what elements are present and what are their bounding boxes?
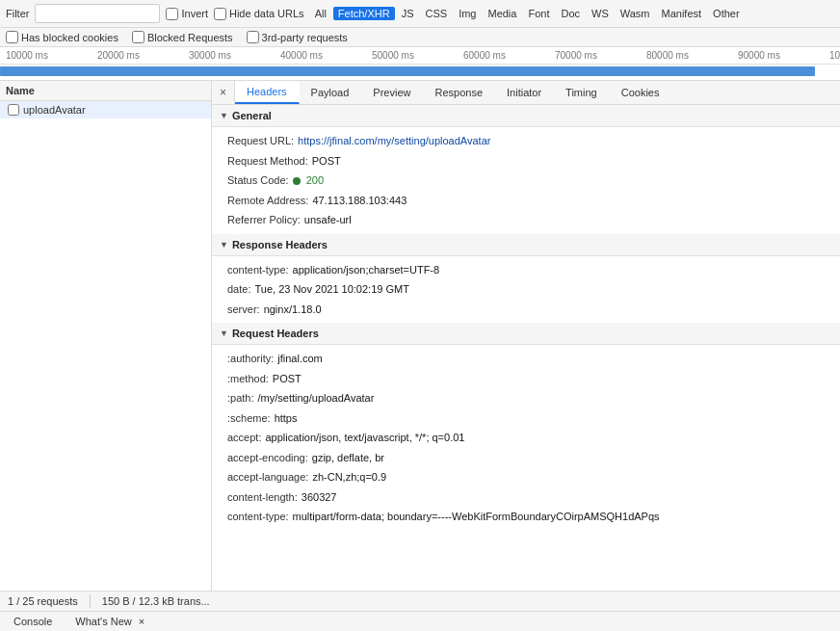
tab-timing[interactable]: Timing <box>554 82 610 103</box>
filter-js-btn[interactable]: JS <box>397 7 419 20</box>
detail-row-authority: :authority: jfinal.com <box>212 349 840 369</box>
tab-payload[interactable]: Payload <box>300 82 362 103</box>
tick-3: 40000 ms <box>275 50 366 61</box>
status-requests: 1 / 25 requests <box>8 595 78 607</box>
detail-value-referrer: unsafe-url <box>304 212 352 228</box>
filter-manifest-btn[interactable]: Manifest <box>657 7 707 20</box>
filter-all-btn[interactable]: All <box>310 7 331 20</box>
left-item-label: uploadAvatar <box>23 104 86 116</box>
tick-6: 70000 ms <box>549 50 641 61</box>
tab-cookies[interactable]: Cookies <box>610 82 672 103</box>
filter-css-btn[interactable]: CSS <box>421 7 453 20</box>
general-section-header[interactable]: ▼ General <box>212 105 840 127</box>
detail-value-accept-language: zh-CN,zh;q=0.9 <box>312 469 386 486</box>
blocked-requests-label[interactable]: Blocked Requests <box>132 31 233 43</box>
right-panel: × Headers Payload Preview Response Initi… <box>212 81 840 591</box>
detail-row-remote: Remote Address: 47.113.188.103:443 <box>212 191 840 211</box>
details-content: ▼ General Request URL: https://jfinal.co… <box>212 105 840 591</box>
filter-label: Filter <box>6 8 29 19</box>
tab-response[interactable]: Response <box>423 82 495 103</box>
request-headers-section-header[interactable]: ▼ Request Headers <box>212 323 840 345</box>
detail-row-req-method: :method: POST <box>212 369 840 389</box>
detail-key-url: Request URL: <box>227 133 294 149</box>
detail-value-content-type-req: multipart/form-data; boundary=----WebKit… <box>293 509 660 525</box>
type-filter-buttons: All Fetch/XHR JS CSS Img Media Font Doc … <box>310 7 745 20</box>
tab-preview[interactable]: Preview <box>361 82 423 103</box>
detail-row-accept: accept: application/json, text/javascrip… <box>212 428 840 448</box>
timeline-ruler: 10000 ms 20000 ms 30000 ms 40000 ms 5000… <box>0 47 840 65</box>
tab-headers[interactable]: Headers <box>235 81 300 104</box>
left-item-upload-avatar[interactable]: uploadAvatar <box>0 101 211 118</box>
detail-row-content-type-req: content-type: multipart/form-data; bound… <box>212 507 840 527</box>
timeline-bar-area <box>0 65 840 78</box>
detail-value-content-length: 360327 <box>302 489 337 506</box>
detail-value-path: /my/setting/uploadAvatar <box>258 390 375 407</box>
filter-other-btn[interactable]: Other <box>708 7 745 20</box>
filter-font-btn[interactable]: Font <box>523 7 554 20</box>
detail-row-date: date: Tue, 23 Nov 2021 10:02:19 GMT <box>212 279 840 300</box>
detail-key-req-method: :method: <box>227 371 269 387</box>
hide-data-urls-checkbox[interactable] <box>214 8 226 20</box>
blocked-cookies-label[interactable]: Has blocked cookies <box>6 31 118 43</box>
whats-new-close[interactable]: × <box>139 616 144 627</box>
status-bar: 1 / 25 requests 150 B / 12.3 kB trans... <box>0 591 840 611</box>
filter-ws-btn[interactable]: WS <box>587 7 614 20</box>
detail-value-date: Tue, 23 Nov 2021 10:02:19 GMT <box>254 281 408 298</box>
filter-doc-btn[interactable]: Doc <box>556 7 585 20</box>
tab-close-btn[interactable]: × <box>212 81 235 104</box>
detail-value-scheme: https <box>275 410 298 427</box>
timeline-progress <box>0 66 815 76</box>
hide-data-urls-checkbox-label[interactable]: Hide data URLs <box>214 8 304 20</box>
detail-key-method: Request Method: <box>227 153 308 170</box>
third-party-label[interactable]: 3rd-party requests <box>247 31 348 43</box>
general-triangle: ▼ <box>220 111 228 120</box>
detail-row-server: server: nginx/1.18.0 <box>212 300 840 320</box>
filter-fetchxhr-btn[interactable]: Fetch/XHR <box>333 7 395 20</box>
general-section-body: Request URL: https://jfinal.com/my/setti… <box>212 127 840 234</box>
detail-row-scheme: :scheme: https <box>212 408 840 429</box>
invert-checkbox[interactable] <box>166 8 178 20</box>
detail-key-scheme: :scheme: <box>227 410 271 427</box>
detail-key-content-length: content-length: <box>227 489 298 506</box>
detail-key-path: :path: <box>227 390 254 407</box>
detail-row-content-length: content-length: 360327 <box>212 487 840 508</box>
detail-key-accept: accept: <box>227 430 261 446</box>
detail-value-accept: application/json, text/javascript, */*; … <box>265 430 464 446</box>
response-headers-section: ▼ Response Headers content-type: applica… <box>212 234 840 324</box>
request-headers-title: Request Headers <box>232 328 319 339</box>
detail-key-content-type-resp: content-type: <box>227 262 289 278</box>
detail-value-accept-encoding: gzip, deflate, br <box>312 450 384 466</box>
filter-img-btn[interactable]: Img <box>454 7 481 20</box>
left-item-checkbox[interactable] <box>8 104 19 116</box>
whats-new-tab[interactable]: What's New × <box>69 614 150 629</box>
status-separator <box>90 594 91 608</box>
detail-key-authority: :authority: <box>227 351 274 367</box>
detail-row-path: :path: /my/setting/uploadAvatar <box>212 388 840 408</box>
tab-initiator[interactable]: Initiator <box>495 82 554 103</box>
detail-key-remote: Remote Address: <box>227 193 308 209</box>
blocked-cookies-checkbox[interactable] <box>6 31 18 43</box>
blocked-requests-checkbox[interactable] <box>132 31 144 43</box>
filter-wasm-btn[interactable]: Wasm <box>616 7 655 20</box>
response-headers-section-header[interactable]: ▼ Response Headers <box>212 234 840 256</box>
detail-value-req-method: POST <box>273 371 302 387</box>
timeline-container: 10000 ms 20000 ms 30000 ms 40000 ms 5000… <box>0 47 840 81</box>
invert-checkbox-label[interactable]: Invert <box>166 8 208 20</box>
left-panel-header: Name <box>0 81 211 101</box>
detail-value-content-type-resp: application/json;charset=UTF-8 <box>293 262 440 278</box>
filter-bar: Filter Invert Hide data URLs All Fetch/X… <box>0 0 840 28</box>
status-transferred: 150 B / 12.3 kB trans... <box>102 595 210 607</box>
detail-row-accept-encoding: accept-encoding: gzip, deflate, br <box>212 448 840 468</box>
response-headers-triangle: ▼ <box>220 240 228 250</box>
tick-9: 100000 ms <box>824 50 840 61</box>
third-party-checkbox[interactable] <box>247 31 259 43</box>
detail-key-accept-encoding: accept-encoding: <box>227 450 308 466</box>
filter-media-btn[interactable]: Media <box>483 7 521 20</box>
tick-2: 30000 ms <box>183 50 275 61</box>
detail-value-url: https://jfinal.com/my/setting/uploadAvat… <box>298 133 490 149</box>
filter-input[interactable] <box>35 4 160 23</box>
detail-row-method: Request Method: POST <box>212 151 840 171</box>
detail-key-date: date: <box>227 281 250 298</box>
console-tab[interactable]: Console <box>8 614 58 629</box>
request-headers-section: ▼ Request Headers :authority: jfinal.com… <box>212 323 840 531</box>
